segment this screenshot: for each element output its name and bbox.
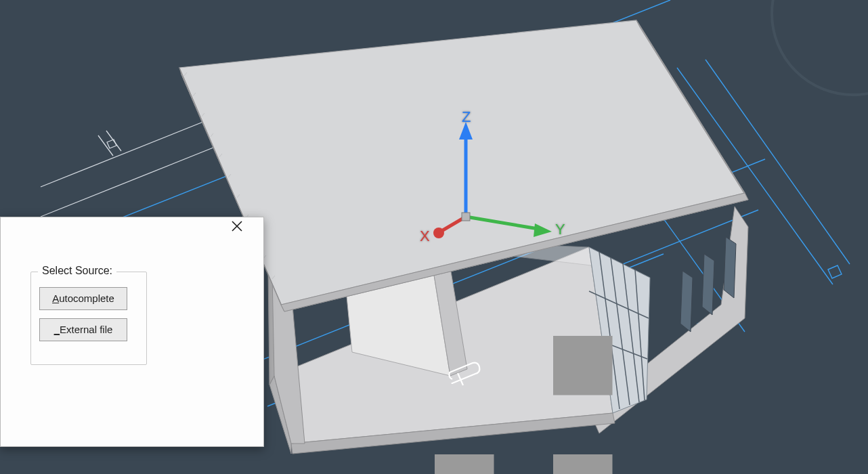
svg-rect-55 bbox=[553, 336, 613, 395]
svg-rect-57 bbox=[553, 454, 613, 474]
svg-rect-56 bbox=[435, 454, 494, 474]
svg-point-0 bbox=[772, 0, 868, 95]
resize-grip-icon[interactable] bbox=[1, 217, 868, 474]
cad-3d-viewport[interactable]: Z Y X Select Source: Autocomplete _Exter… bbox=[0, 0, 868, 474]
select-source-dialog: Select Source: Autocomplete _External fi… bbox=[0, 217, 264, 447]
